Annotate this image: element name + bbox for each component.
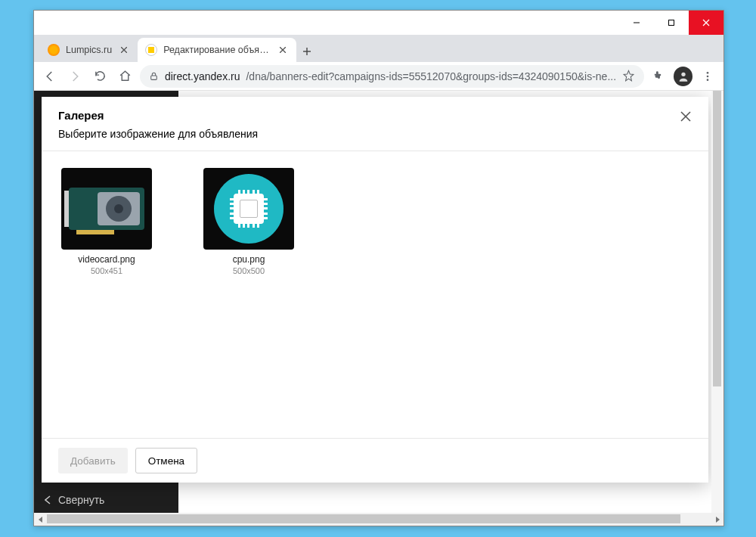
- add-button[interactable]: Добавить: [58, 448, 128, 473]
- close-icon: [121, 47, 127, 53]
- nav-reload-button[interactable]: [90, 66, 110, 87]
- close-icon: [702, 19, 710, 26]
- window-close-button[interactable]: [689, 11, 723, 35]
- tab-close-button[interactable]: [277, 44, 289, 56]
- address-host: direct.yandex.ru: [165, 70, 240, 82]
- reload-icon: [94, 70, 107, 82]
- triangle-left-icon: [38, 517, 44, 523]
- puzzle-icon: [652, 70, 665, 82]
- arrow-right-icon: [68, 70, 82, 83]
- gallery-item-videocard[interactable]: videocard.png 500x451: [58, 168, 155, 275]
- scrollbar-thumb[interactable]: [47, 514, 680, 523]
- close-icon: [280, 47, 286, 53]
- sidebar-collapse-button[interactable]: Свернуть: [34, 487, 178, 513]
- lock-icon: [149, 71, 159, 81]
- tab-close-button[interactable]: [118, 44, 130, 56]
- nav-back-button[interactable]: [40, 66, 60, 87]
- cancel-button[interactable]: Отмена: [135, 448, 197, 473]
- new-tab-button[interactable]: [296, 41, 318, 62]
- gallery-thumbnail: [203, 168, 294, 250]
- favicon-icon: [145, 44, 157, 56]
- scrollbar-thumb[interactable]: [713, 91, 721, 386]
- tab-title: Lumpics.ru: [66, 45, 112, 55]
- browser-toolbar: direct.yandex.ru/dna/banners-edit?campai…: [34, 62, 723, 91]
- address-bar[interactable]: direct.yandex.ru/dna/banners-edit?campai…: [140, 65, 644, 88]
- chevron-left-icon: [45, 495, 51, 504]
- scrollbar-track[interactable]: [47, 513, 711, 526]
- home-icon: [119, 70, 132, 82]
- browser-menu-button[interactable]: [697, 66, 717, 87]
- horizontal-scrollbar[interactable]: [34, 513, 723, 526]
- gallery-item-dimensions: 500x451: [58, 266, 155, 275]
- dialog-close-button[interactable]: [677, 107, 695, 126]
- tab-strip: Lumpics.ru Редактирование объявлений: [34, 35, 723, 62]
- window-titlebar: [34, 11, 723, 35]
- page-content: Кампании Пример кампании Пример группы С…: [34, 91, 723, 513]
- dialog-body: videocard.png 500x451 cpu.png 500x500: [42, 151, 708, 438]
- favicon-icon: [48, 44, 60, 56]
- svg-rect-10: [151, 76, 157, 79]
- tab-title: Редактирование объявлений: [163, 45, 271, 55]
- svg-rect-1: [669, 20, 674, 26]
- svg-point-14: [706, 79, 708, 81]
- browser-tab-2[interactable]: Редактирование объявлений: [138, 38, 296, 62]
- gallery-item-name: cpu.png: [200, 254, 297, 265]
- browser-tab-1[interactable]: Lumpics.ru: [40, 38, 138, 62]
- vertical-scrollbar[interactable]: [711, 91, 723, 513]
- close-icon: [680, 111, 691, 122]
- gallery-dialog: Галерея Выберите изображение для объявле…: [42, 97, 708, 483]
- profile-avatar[interactable]: [674, 67, 692, 86]
- star-icon[interactable]: [622, 70, 635, 82]
- dialog-footer: Добавить Отмена: [42, 438, 708, 483]
- address-path: /dna/banners-edit?campaigns-ids=55512070…: [246, 70, 616, 82]
- browser-window: Lumpics.ru Редактирование объявлений: [33, 10, 724, 526]
- gallery-item-cpu[interactable]: cpu.png 500x500: [200, 168, 297, 275]
- svg-point-13: [706, 75, 708, 77]
- collapse-label: Свернуть: [58, 494, 104, 506]
- triangle-right-icon: [714, 517, 720, 523]
- scroll-left-button[interactable]: [34, 513, 47, 526]
- scroll-right-button[interactable]: [711, 513, 723, 526]
- svg-point-11: [681, 72, 685, 76]
- window-maximize-button[interactable]: [654, 11, 689, 35]
- dialog-subtitle: Выберите изображение для объявления: [58, 128, 692, 140]
- arrow-left-icon: [43, 70, 57, 83]
- extensions-button[interactable]: [649, 66, 669, 87]
- window-minimize-button[interactable]: [619, 11, 654, 35]
- dialog-header: Галерея Выберите изображение для объявле…: [42, 97, 708, 151]
- svg-point-12: [706, 72, 708, 74]
- nav-forward-button[interactable]: [65, 66, 85, 87]
- user-icon: [677, 70, 689, 82]
- gallery-thumbnail: [61, 168, 152, 250]
- minimize-icon: [633, 19, 640, 26]
- kebab-icon: [702, 70, 714, 82]
- maximize-icon: [668, 19, 675, 26]
- nav-home-button[interactable]: [115, 66, 135, 87]
- gallery-item-name: videocard.png: [58, 254, 155, 265]
- plus-icon: [302, 47, 311, 56]
- dialog-title: Галерея: [58, 109, 692, 122]
- gallery-item-dimensions: 500x500: [200, 266, 297, 275]
